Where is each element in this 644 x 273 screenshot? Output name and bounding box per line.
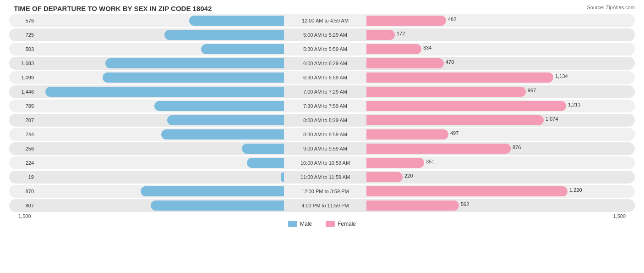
male-bar — [105, 58, 284, 68]
legend-female-box — [326, 221, 335, 227]
male-value: 785 — [26, 103, 34, 109]
female-bar — [366, 144, 511, 154]
female-value: 482 — [448, 17, 456, 22]
female-bar — [366, 30, 395, 40]
time-label: 5:30 AM to 5:59 AM — [284, 46, 366, 52]
table-row: 57612:00 AM to 4:59 AM482 — [9, 14, 635, 27]
male-value: 576 — [26, 18, 34, 23]
female-value: 876 — [513, 145, 521, 150]
female-value: 1,074 — [546, 116, 558, 122]
table-row: 7078:00 AM to 8:29 AM1,074 — [9, 114, 635, 127]
male-bar — [151, 201, 284, 211]
time-label: 8:00 AM to 8:29 AM — [284, 117, 366, 123]
time-label: 5:00 AM to 5:29 AM — [284, 32, 366, 38]
male-value: 870 — [26, 189, 34, 194]
chart-container: TIME OF DEPARTURE TO WORK BY SEX IN ZIP … — [0, 0, 644, 273]
female-value: 1,220 — [569, 187, 582, 193]
female-bar — [366, 44, 421, 54]
chart-title: TIME OF DEPARTURE TO WORK BY SEX IN ZIP … — [9, 5, 635, 12]
male-bar — [247, 158, 284, 168]
time-label: 7:30 AM to 7:59 AM — [284, 103, 366, 109]
axis-right: 1,500 — [613, 213, 626, 219]
male-value: 744 — [26, 132, 34, 137]
male-bar — [167, 115, 284, 125]
table-row: 1,0836:00 AM to 6:29 AM470 — [9, 57, 635, 70]
female-value: 1,134 — [555, 73, 568, 79]
female-value: 497 — [450, 130, 458, 136]
time-label: 12:00 AM to 4:59 AM — [284, 18, 366, 23]
legend: Male Female — [9, 221, 635, 227]
male-bar — [242, 144, 284, 154]
male-value: 256 — [26, 146, 34, 151]
male-bar — [103, 72, 284, 83]
table-row: 87012:00 PM to 3:59 PM1,220 — [9, 185, 635, 198]
female-value: 172 — [397, 31, 405, 36]
male-bar — [154, 101, 284, 111]
male-bar — [281, 172, 284, 182]
male-bar — [164, 30, 284, 40]
female-bar — [366, 129, 448, 139]
table-row: 5035:30 AM to 5:59 AM334 — [9, 43, 635, 56]
male-value: 807 — [26, 203, 34, 208]
female-bar — [366, 158, 424, 168]
female-bar — [366, 115, 544, 125]
table-row: 1911:00 AM to 11:59 AM220 — [9, 171, 635, 184]
legend-male-box — [288, 221, 297, 227]
male-value: 503 — [26, 46, 34, 52]
time-label: 10:00 AM to 10:59 AM — [284, 160, 366, 166]
table-row: 1,4467:00 AM to 7:29 AM967 — [9, 85, 635, 98]
female-bar — [366, 186, 568, 196]
female-bar — [366, 172, 403, 182]
time-label: 6:00 AM to 6:29 AM — [284, 61, 366, 66]
time-label: 4:00 PM to 11:59 PM — [284, 203, 366, 208]
axis-left: 1,500 — [18, 213, 31, 219]
time-label: 11:00 AM to 11:59 AM — [284, 174, 366, 180]
rows-container: 57612:00 AM to 4:59 AM4827255:00 AM to 5… — [9, 14, 635, 212]
female-bar — [366, 16, 446, 26]
table-row: 1,0996:30 AM to 6:59 AM1,134 — [9, 71, 635, 84]
legend-male: Male — [288, 221, 312, 227]
female-value: 334 — [423, 45, 431, 50]
table-row: 7255:00 AM to 5:29 AM172 — [9, 28, 635, 41]
male-value: 1,446 — [21, 89, 34, 95]
male-bar — [189, 16, 284, 26]
time-label: 9:00 AM to 9:59 AM — [284, 146, 366, 151]
time-label: 12:00 PM to 3:59 PM — [284, 189, 366, 194]
female-value: 351 — [426, 159, 434, 164]
legend-male-label: Male — [300, 221, 312, 227]
legend-female-label: Female — [338, 221, 356, 227]
female-bar — [366, 58, 444, 68]
female-value: 1,211 — [568, 102, 581, 107]
female-value: 967 — [528, 88, 536, 93]
female-bar — [366, 201, 459, 211]
table-row: 8074:00 PM to 11:59 PM562 — [9, 199, 635, 212]
legend-female: Female — [326, 221, 356, 227]
male-bar — [201, 44, 284, 54]
male-value: 707 — [26, 117, 34, 123]
time-label: 7:00 AM to 7:29 AM — [284, 89, 366, 95]
chart-area: 57612:00 AM to 4:59 AM4827255:00 AM to 5… — [9, 14, 635, 244]
female-value: 470 — [446, 59, 454, 65]
table-row: 22410:00 AM to 10:59 AM351 — [9, 156, 635, 169]
male-value: 224 — [26, 160, 34, 166]
male-bar — [45, 87, 284, 97]
axis-labels: 1,500 1,500 — [9, 213, 635, 219]
table-row: 2569:00 AM to 9:59 AM876 — [9, 142, 635, 155]
male-bar — [141, 186, 284, 196]
male-bar — [161, 129, 284, 139]
female-value: 562 — [461, 201, 469, 207]
male-value: 725 — [26, 32, 34, 38]
time-label: 6:30 AM to 6:59 AM — [284, 75, 366, 80]
table-row: 7448:30 AM to 8:59 AM497 — [9, 128, 635, 141]
source-label: Source: ZipAtlas.com — [587, 5, 635, 10]
female-bar — [366, 101, 566, 111]
female-bar — [366, 87, 526, 97]
male-value: 19 — [28, 174, 34, 180]
time-label: 8:30 AM to 8:59 AM — [284, 132, 366, 137]
male-value: 1,083 — [21, 61, 34, 66]
table-row: 7857:30 AM to 7:59 AM1,211 — [9, 100, 635, 112]
female-value: 220 — [404, 173, 413, 178]
male-value: 1,099 — [21, 75, 34, 80]
female-bar — [366, 72, 553, 83]
